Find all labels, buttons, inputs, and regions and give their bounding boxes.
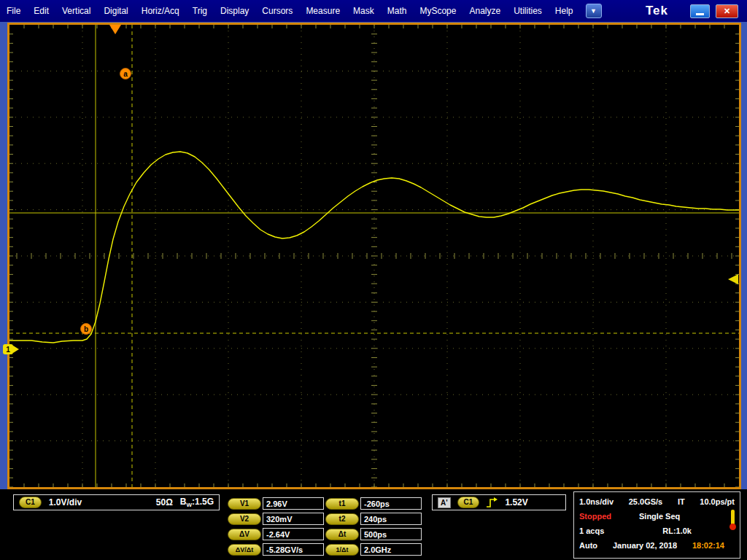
tek-logo: Tek xyxy=(646,4,668,18)
menu-help[interactable]: Help xyxy=(549,0,580,22)
graticule-grid xyxy=(9,25,739,487)
minimize-icon xyxy=(696,13,704,15)
sample-rate-value: 25.0GS/s xyxy=(629,497,662,506)
menu-myscope[interactable]: MyScope xyxy=(413,0,462,22)
record-length: RL:1.0k xyxy=(662,526,692,535)
cursor-dv-button[interactable]: ΔV xyxy=(228,529,261,540)
scope-display: a b 1 xyxy=(7,23,741,489)
trigger-source-button[interactable]: C1 xyxy=(457,497,480,508)
temperature-icon xyxy=(729,510,736,530)
menu-math[interactable]: Math xyxy=(381,0,414,22)
date-value: January 02, 2018 xyxy=(613,541,677,550)
menu-utilities[interactable]: Utilities xyxy=(507,0,549,22)
bandwidth-label: BW:1.5G xyxy=(180,497,214,508)
run-state-line: Stopped Single Seq xyxy=(579,509,735,524)
thermometer-bulb xyxy=(729,524,736,530)
timebase-value: 1.0ns/div xyxy=(579,497,614,506)
acquisition-status-panel: 1.0ns/div 25.0GS/s IT 10.0ps/pt Stopped … xyxy=(573,491,740,559)
trigger-a-badge[interactable]: A' xyxy=(438,497,451,508)
menu-horiz-acq[interactable]: Horiz/Acq xyxy=(135,0,186,22)
menu-bar: File Edit Vertical Digital Horiz/Acq Tri… xyxy=(0,0,747,22)
bandwidth-value: :1.5G xyxy=(192,497,214,507)
menu-dropdown-button[interactable]: ▼ xyxy=(586,4,602,18)
cursor-dvdt-value: -5.28GV/s xyxy=(263,543,324,556)
acquisition-count: 1 acqs xyxy=(579,526,604,535)
cursor-t2-button[interactable]: t2 xyxy=(325,513,359,525)
chevron-down-icon: ▼ xyxy=(590,7,597,15)
menu-measure[interactable]: Measure xyxy=(299,0,347,22)
channel1-reference-marker[interactable]: 1 xyxy=(3,344,19,354)
acq-count-line: 1 acqs RL:1.0k xyxy=(579,524,735,538)
resolution-value: 10.0ps/pt xyxy=(700,497,735,506)
minimize-button[interactable] xyxy=(690,4,710,18)
menu-file[interactable]: File xyxy=(0,0,27,22)
close-button[interactable]: ✕ xyxy=(716,4,738,18)
cursor-dt-value: 500ps xyxy=(360,528,422,540)
cursor-v2-button[interactable]: V2 xyxy=(228,513,261,525)
cursor-1dt-value: 2.0GHz xyxy=(360,543,422,556)
cursor-1dt-button[interactable]: 1/Δt xyxy=(325,544,359,556)
cursor-b-handle[interactable]: b xyxy=(80,323,92,335)
channel-readout: C1 1.0V/div 50Ω BW:1.5G xyxy=(13,494,220,510)
menu-display[interactable]: Display xyxy=(214,0,255,22)
trigger-level-value: 1.52V xyxy=(505,497,527,508)
cursor-v1-value: 2.96V xyxy=(263,497,324,510)
cursor-t1-value: -260ps xyxy=(360,497,422,510)
time-value: 18:02:14 xyxy=(692,541,724,550)
channel1-badge: 1 xyxy=(3,344,13,354)
datetime-line: Auto January 02, 2018 18:02:14 xyxy=(579,538,735,553)
menu-digital[interactable]: Digital xyxy=(97,0,134,22)
menu-analyze[interactable]: Analyze xyxy=(462,0,507,22)
readout-panel: C1 1.0V/div 50Ω BW:1.5G V1 2.96V V2 320m… xyxy=(0,489,747,560)
close-icon: ✕ xyxy=(724,7,730,16)
menu-vertical[interactable]: Vertical xyxy=(55,0,97,22)
graticule-svg xyxy=(9,25,739,487)
cursor-a-handle[interactable]: a xyxy=(120,68,131,79)
menu-trig[interactable]: Trig xyxy=(186,0,214,22)
acquisition-state: Stopped xyxy=(579,512,611,521)
menu-cursors[interactable]: Cursors xyxy=(255,0,299,22)
thermometer-stem xyxy=(731,510,735,525)
sequence-mode: Single Seq xyxy=(639,512,680,521)
trigger-level-marker[interactable] xyxy=(728,274,738,284)
cursor-v1-button[interactable]: V1 xyxy=(228,498,261,510)
trigger-mode: Auto xyxy=(579,541,597,550)
cursor-v2-value: 320mV xyxy=(263,513,324,525)
cursor-dv-value: -2.64V xyxy=(263,528,324,540)
channel-c1-button[interactable]: C1 xyxy=(19,497,42,508)
trigger-readout: A' C1 1.52V xyxy=(432,494,566,510)
cursor-dt-button[interactable]: Δt xyxy=(325,529,359,540)
sampling-mode: IT xyxy=(678,497,685,506)
trigger-position-marker[interactable] xyxy=(109,25,121,34)
cursor-t2-value: 240ps xyxy=(360,513,422,525)
menu-mask[interactable]: Mask xyxy=(347,0,381,22)
rising-edge-icon xyxy=(486,497,498,508)
vertical-scale-label: 1.0V/div xyxy=(49,497,82,508)
bandwidth-sub: W xyxy=(186,502,192,508)
channel1-arrow-icon xyxy=(13,346,19,353)
cursor-dvdt-button[interactable]: ΔV/Δt xyxy=(228,544,261,556)
cursor-t1-button[interactable]: t1 xyxy=(325,498,359,510)
menu-edit[interactable]: Edit xyxy=(27,0,55,22)
impedance-label: 50Ω xyxy=(156,497,173,508)
timebase-line: 1.0ns/div 25.0GS/s IT 10.0ps/pt xyxy=(579,494,735,509)
